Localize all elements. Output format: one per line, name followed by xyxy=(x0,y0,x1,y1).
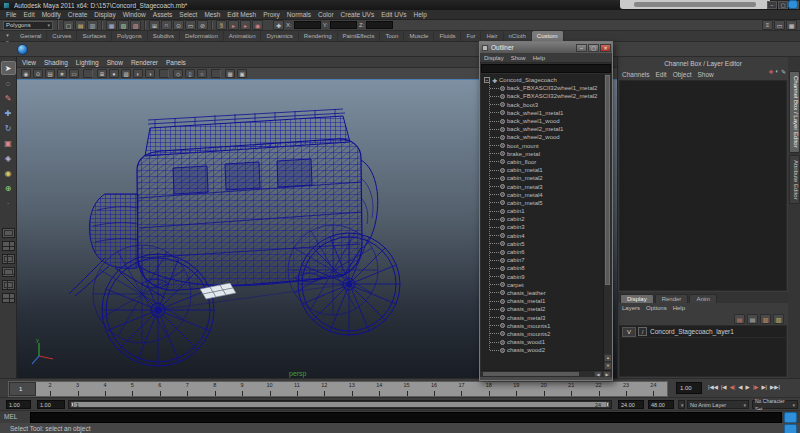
frame-18[interactable]: 18 xyxy=(475,382,502,396)
outliner-vertical-scrollbar[interactable]: ▲ ▼ xyxy=(603,74,611,370)
outliner-item-cabin3[interactable]: cabin3 xyxy=(481,223,603,231)
frame-20[interactable]: 20 xyxy=(530,382,557,396)
shelf-tab-muscle[interactable]: Muscle xyxy=(404,31,434,41)
textured-display-icon[interactable]: ▨ xyxy=(121,69,131,78)
manip-speed-icon[interactable]: ◐ xyxy=(775,68,779,75)
last-tool-used[interactable]: · xyxy=(1,196,16,210)
outliner-root-item[interactable]: − ✚ Concord_Stagecoach xyxy=(481,76,603,84)
shelf-tab-hair[interactable]: Hair xyxy=(481,31,503,41)
frame-17[interactable]: 17 xyxy=(448,382,475,396)
shelf-tab-polygons[interactable]: Polygons xyxy=(112,31,148,41)
current-time-field[interactable]: 1.00 xyxy=(676,382,702,394)
channel-box-menu-channels[interactable]: Channels xyxy=(622,71,649,78)
layer-tab-render[interactable]: Render xyxy=(655,294,689,303)
menu-set-dropdown[interactable]: Polygons ▾ xyxy=(3,21,53,30)
show-panel-toggle-icon[interactable]: ▭ xyxy=(774,20,785,30)
outliner-item-boot-mount[interactable]: boot_mount xyxy=(481,142,603,150)
scroll-right-icon[interactable]: ▶ xyxy=(603,371,611,377)
menu-edit[interactable]: Edit xyxy=(23,11,34,18)
step-back-frame-button[interactable]: |◀ xyxy=(720,382,728,393)
menu-help[interactable]: Help xyxy=(413,11,426,18)
layer-menu-options[interactable]: Options xyxy=(646,305,667,311)
side-tab-channel-box-layer-editor[interactable]: Channel Box / Layer Editor xyxy=(789,71,800,153)
step-forward-key-button[interactable]: |▶ xyxy=(752,382,760,393)
outliner-menu-show[interactable]: Show xyxy=(511,55,526,61)
outliner-item-chasis-mounts2[interactable]: chasis_mounts2 xyxy=(481,330,603,338)
layer-menu-help[interactable]: Help xyxy=(673,305,685,311)
outliner-item-cabin-metal2[interactable]: cabin_metal2 xyxy=(481,174,603,182)
outliner-item-back-fbxascii32wheel1-metal2[interactable]: back_FBXASCII32wheel1_metal2 xyxy=(481,84,603,92)
custom-script-button[interactable] xyxy=(17,44,28,55)
frame-24[interactable]: 24 xyxy=(640,382,667,396)
shelf-tab-fluids[interactable]: Fluids xyxy=(434,31,461,41)
frame-16[interactable]: 16 xyxy=(420,382,447,396)
viewport-menu-view[interactable]: View xyxy=(22,59,36,66)
step-back-key-button[interactable]: ◀| xyxy=(729,382,737,393)
frame-15[interactable]: 15 xyxy=(393,382,420,396)
auto-key-toggle[interactable]: ▾ xyxy=(678,400,685,409)
playback-start-field[interactable]: 1.00 xyxy=(6,400,31,409)
frame-5[interactable]: 5 xyxy=(119,382,146,396)
show-manipulator-tool[interactable]: ⊕ xyxy=(1,181,16,195)
universal-manipulator-tool[interactable]: ◈ xyxy=(1,151,16,165)
outliner-item-back-fbxascii32wheel2-metal2[interactable]: back_FBXASCII32wheel2_metal2 xyxy=(481,92,603,100)
shelf-tab-arrow-icon[interactable]: ▾ xyxy=(6,32,9,38)
isolate-select-icon[interactable]: ◇ xyxy=(173,69,183,78)
x-input[interactable] xyxy=(294,21,321,29)
viewport-menu-renderer[interactable]: Renderer xyxy=(131,59,158,66)
frame-22[interactable]: 22 xyxy=(585,382,612,396)
overlay-badge-icon[interactable] xyxy=(788,0,798,9)
separator[interactable] xyxy=(144,20,146,30)
frame-4[interactable]: 4 xyxy=(91,382,118,396)
mel-label[interactable]: MEL xyxy=(4,413,28,420)
outliner-item-cabin-metal5[interactable]: cabin_metal5 xyxy=(481,199,603,207)
outliner-menu-display[interactable]: Display xyxy=(484,55,504,61)
outliner-title-bar[interactable]: Outliner – ▢ ✕ xyxy=(480,42,612,53)
lighting-toggle-icon[interactable]: ◐ xyxy=(133,69,143,78)
outliner-item-cabin-floor[interactable]: cabin_floor xyxy=(481,158,603,166)
outliner-item-cabin7[interactable]: cabin7 xyxy=(481,256,603,264)
render-settings-icon[interactable]: ◉ xyxy=(252,20,263,30)
outliner-item-cabin6[interactable]: cabin6 xyxy=(481,248,603,256)
playback-end-field[interactable]: 24.00 xyxy=(618,400,644,409)
channel-box-menu-edit[interactable]: Edit xyxy=(655,71,666,78)
frame-19[interactable]: 19 xyxy=(503,382,530,396)
y-input[interactable] xyxy=(330,21,357,29)
outliner-item-cabin9[interactable]: cabin9 xyxy=(481,273,603,281)
outliner-item-cabin4[interactable]: cabin4 xyxy=(481,232,603,240)
frame-8[interactable]: 8 xyxy=(201,382,228,396)
play-forwards-button[interactable]: ▶ xyxy=(744,382,750,393)
anim-layer-dropdown[interactable]: No Anim Layer▾ xyxy=(687,400,749,409)
outliner-resize-edge[interactable] xyxy=(480,377,612,380)
play-backwards-button[interactable]: ◀ xyxy=(737,382,743,393)
range-slider-handle[interactable]: 1 24 xyxy=(71,402,609,407)
persp-graph-layout-button[interactable] xyxy=(2,267,15,277)
outliner-item-back-wheel2-wood[interactable]: back_wheel2_wood xyxy=(481,133,603,141)
four-pane-layout-button[interactable] xyxy=(2,241,15,251)
frame-11[interactable]: 11 xyxy=(283,382,310,396)
menu-edit-mesh[interactable]: Edit Mesh xyxy=(227,11,256,18)
layer-row[interactable]: V / Concord_Stagecoach_layer1 xyxy=(620,326,786,338)
outliner-item-chasis-metal3[interactable]: chasis_metal3 xyxy=(481,313,603,321)
layer-visibility-toggle[interactable]: V xyxy=(622,327,636,337)
save-scene-icon[interactable]: ▥ xyxy=(87,20,98,30)
frame-21[interactable]: 21 xyxy=(557,382,584,396)
outliner-item-cabin-metal3[interactable]: cabin_metal3 xyxy=(481,182,603,190)
layer-name[interactable]: Concord_Stagecoach_layer1 xyxy=(650,328,734,335)
go-to-end-button[interactable]: ▶▶| xyxy=(769,382,781,393)
shelf-tab-painteffects[interactable]: PaintEffects xyxy=(338,31,381,41)
outliner-item-chasis-metal2[interactable]: chasis_metal2 xyxy=(481,305,603,313)
shelf-tab-general[interactable]: General xyxy=(15,31,47,41)
layer-color-swatch[interactable]: / xyxy=(638,327,647,336)
viewport-menu-lighting[interactable]: Lighting xyxy=(76,59,99,66)
menu-mesh[interactable]: Mesh xyxy=(204,11,220,18)
snap-plane-icon[interactable]: ▭ xyxy=(185,20,196,30)
persp-uv-layout-button[interactable] xyxy=(2,293,15,303)
snap-curve-icon[interactable]: ∩ xyxy=(161,20,172,30)
select-object-icon[interactable]: ▧ xyxy=(118,20,129,30)
channel-box-menu-show[interactable]: Show xyxy=(697,71,713,78)
shelf-tab-curves[interactable]: Curves xyxy=(47,31,77,41)
layer-menu-layers[interactable]: Layers xyxy=(622,305,640,311)
camera-lock-icon[interactable]: ⊙ xyxy=(33,69,43,78)
frame-3[interactable]: 3 xyxy=(64,382,91,396)
